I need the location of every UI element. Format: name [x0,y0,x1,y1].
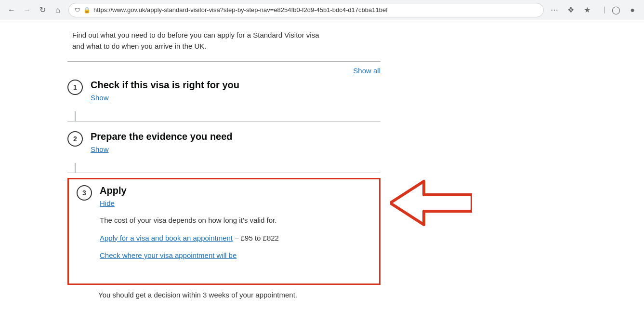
back-button[interactable]: ← [5,3,18,17]
step-3-footer: You should get a decision within 3 weeks… [67,285,381,299]
step-2-line [75,163,76,173]
home-button[interactable]: ⌂ [51,3,65,17]
step-3-check-link-para: Check where your visa appointment will b… [100,250,371,261]
step-2-content: Prepare the evidence you need Show [91,131,381,163]
step-1-connector [67,111,381,121]
step-2-toggle[interactable]: Show [91,145,109,153]
step-3-content: Apply Hide The cost of your visa depends… [100,185,371,278]
step-3-row: 3 Apply Hide The cost of your visa depen… [77,185,371,278]
pocket-button[interactable]: ❖ [564,3,578,17]
show-all-link[interactable]: Show all [353,67,381,75]
step-3-body: The cost of your visa depends on how lon… [100,215,371,261]
arrow-area [381,107,482,299]
step-1-row: 1 Check if this visa is right for you Sh… [67,80,381,111]
shield-icon: 🛡 [75,7,80,14]
step-3-wrapper: 3 Apply Hide The cost of your visa depen… [67,173,381,285]
show-all-row: Show all [67,61,381,75]
step-1-number-col: 1 [67,80,83,95]
step-3-number-col: 3 [77,185,92,201]
split-view-button[interactable]: ◯ [609,3,623,17]
step-3-apply-link-para: Apply for a visa and book an appointment… [100,233,371,244]
page-content: Find out what you need to do before you … [0,20,644,299]
url-text: https://www.gov.uk/apply-standard-visito… [93,6,538,14]
left-arrow-icon [390,176,472,230]
step-1-toggle[interactable]: Show [91,94,109,102]
step-2-number-col: 2 [67,131,83,147]
step-2-circle: 2 [67,131,83,147]
step-3-highlighted: 3 Apply Hide The cost of your visa depen… [67,178,381,285]
step-2-row: 2 Prepare the evidence you need Show [67,122,381,163]
step-3-toggle[interactable]: Hide [100,199,115,207]
refresh-button[interactable]: ↻ [36,3,49,17]
step-3-title: Apply [100,185,371,196]
menu-button[interactable]: ⋯ [548,3,561,17]
step-1-circle: 1 [67,80,83,95]
svg-marker-0 [390,181,472,225]
step-3-body-text: The cost of your visa depends on how lon… [100,215,371,226]
step-1-title: Check if this visa is right for you [91,80,381,91]
nav-buttons: ← → ↻ ⌂ [5,3,65,17]
address-bar[interactable]: 🛡 🔒 https://www.gov.uk/apply-standard-vi… [68,3,544,17]
step-2-connector [67,163,381,173]
step-3-circle: 3 [77,185,92,201]
forward-button[interactable]: → [20,3,34,17]
bookmarks-icon: ⎹ [597,6,606,14]
apply-visa-suffix: – £95 to £822 [233,234,279,242]
browser-actions: ⋯ ❖ ★ ⎹ ◯ ● [548,3,639,17]
main-area: Find out what you need to do before you … [0,30,644,299]
intro-line-1: Find out what you need to do before you … [72,31,319,39]
step-1-wrapper: 1 Check if this visa is right for you Sh… [67,80,381,121]
bookmark-button[interactable]: ★ [580,3,594,17]
step-2-wrapper: 2 Prepare the evidence you need Show [67,122,381,173]
step-1-content: Check if this visa is right for you Show [91,80,381,111]
apply-visa-link[interactable]: Apply for a visa and book an appointment [100,234,233,242]
step-2-title: Prepare the evidence you need [91,131,381,142]
step-3-footer-text: You should get a decision within 3 weeks… [98,291,381,299]
profile-button[interactable]: ● [626,3,639,17]
check-appointment-link[interactable]: Check where your visa appointment will b… [100,251,237,259]
steps-wrapper: 1 Check if this visa is right for you Sh… [67,80,381,299]
intro-line-2: and what to do when you arrive in the UK… [72,42,207,50]
lock-icon: 🔒 [83,7,91,14]
browser-chrome: ← → ↻ ⌂ 🛡 🔒 https://www.gov.uk/apply-sta… [0,0,644,20]
intro-text: Find out what you need to do before you … [67,30,381,52]
step-1-line [75,111,76,121]
steps-container: Find out what you need to do before you … [67,30,381,299]
